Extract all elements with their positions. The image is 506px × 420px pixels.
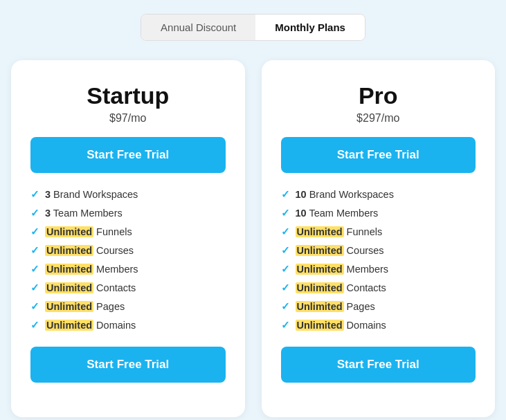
- checkmark-icon: ✓: [281, 226, 290, 238]
- feature-text: Unlimited Members: [296, 264, 389, 275]
- cta-bottom-button[interactable]: Start Free Trial: [281, 347, 476, 383]
- feature-item: ✓Unlimited Contacts: [30, 282, 226, 294]
- checkmark-icon: ✓: [281, 263, 290, 275]
- highlight-text: Unlimited: [45, 264, 93, 275]
- feature-text: Unlimited Contacts: [45, 282, 136, 293]
- checkmark-icon: ✓: [281, 300, 290, 313]
- monthly-plans-tab[interactable]: Monthly Plans: [255, 15, 365, 40]
- checkmark-icon: ✓: [30, 263, 39, 275]
- cta-bottom-button[interactable]: Start Free Trial: [30, 347, 226, 383]
- feature-list: ✓3 Brand Workspaces✓3 Team Members✓Unlim…: [30, 188, 226, 331]
- feature-item: ✓Unlimited Domains: [30, 319, 226, 331]
- feature-text: Unlimited Courses: [296, 245, 384, 256]
- feature-text: Unlimited Contacts: [296, 282, 386, 293]
- feature-item: ✓3 Brand Workspaces: [30, 188, 226, 201]
- feature-text: Unlimited Members: [45, 264, 138, 275]
- plan-name: Startup: [30, 82, 226, 109]
- highlight-text: Unlimited: [45, 282, 93, 293]
- feature-text: 10 Team Members: [296, 208, 379, 219]
- feature-item: ✓Unlimited Members: [30, 263, 226, 275]
- feature-text: Unlimited Domains: [45, 320, 136, 331]
- feature-text: 10 Brand Workspaces: [296, 189, 394, 200]
- feature-item: ✓Unlimited Domains: [281, 319, 476, 331]
- bold-text: 3: [45, 208, 51, 219]
- feature-text: Unlimited Pages: [296, 301, 375, 312]
- highlight-text: Unlimited: [45, 301, 93, 312]
- feature-list: ✓10 Brand Workspaces✓10 Team Members✓Unl…: [281, 188, 476, 331]
- feature-item: ✓Unlimited Members: [281, 263, 476, 275]
- plan-card-pro: Pro$297/moStart Free Trial✓10 Brand Work…: [262, 60, 496, 417]
- checkmark-icon: ✓: [281, 282, 290, 294]
- feature-text: 3 Team Members: [45, 208, 123, 219]
- bold-text: 3: [45, 189, 51, 200]
- checkmark-icon: ✓: [30, 207, 39, 219]
- plan-name: Pro: [281, 82, 476, 109]
- checkmark-icon: ✓: [281, 244, 290, 257]
- feature-item: ✓10 Team Members: [281, 207, 476, 219]
- feature-item: ✓Unlimited Funnels: [30, 226, 226, 238]
- highlight-text: Unlimited: [296, 320, 344, 331]
- feature-text: Unlimited Pages: [45, 301, 125, 312]
- feature-item: ✓Unlimited Courses: [281, 244, 476, 257]
- checkmark-icon: ✓: [30, 244, 39, 257]
- feature-item: ✓10 Brand Workspaces: [281, 188, 476, 201]
- pricing-cards: Startup$97/moStart Free Trial✓3 Brand Wo…: [11, 60, 495, 417]
- checkmark-icon: ✓: [30, 188, 39, 201]
- cta-top-button[interactable]: Start Free Trial: [281, 137, 476, 173]
- checkmark-icon: ✓: [281, 188, 290, 201]
- highlight-text: Unlimited: [296, 282, 344, 293]
- plan-price: $97/mo: [30, 112, 226, 125]
- highlight-text: Unlimited: [45, 245, 93, 256]
- checkmark-icon: ✓: [281, 207, 290, 219]
- feature-text: Unlimited Funnels: [296, 226, 383, 237]
- feature-item: ✓Unlimited Contacts: [281, 282, 476, 294]
- plan-price: $297/mo: [281, 112, 476, 125]
- feature-item: ✓Unlimited Pages: [281, 300, 476, 313]
- feature-text: Unlimited Courses: [45, 245, 134, 256]
- highlight-text: Unlimited: [296, 264, 344, 275]
- feature-item: ✓Unlimited Pages: [30, 300, 226, 313]
- feature-text: Unlimited Domains: [296, 320, 386, 331]
- checkmark-icon: ✓: [281, 319, 290, 331]
- bold-text: 10: [296, 208, 307, 219]
- checkmark-icon: ✓: [30, 282, 39, 294]
- feature-item: ✓3 Team Members: [30, 207, 226, 219]
- highlight-text: Unlimited: [296, 245, 344, 256]
- highlight-text: Unlimited: [296, 226, 344, 237]
- feature-text: Unlimited Funnels: [45, 226, 132, 237]
- cta-top-button[interactable]: Start Free Trial: [30, 137, 226, 173]
- feature-item: ✓Unlimited Courses: [30, 244, 226, 257]
- checkmark-icon: ✓: [30, 319, 39, 331]
- feature-item: ✓Unlimited Funnels: [281, 226, 476, 238]
- highlight-text: Unlimited: [296, 301, 344, 312]
- highlight-text: Unlimited: [45, 320, 93, 331]
- highlight-text: Unlimited: [45, 226, 93, 237]
- plan-card-startup: Startup$97/moStart Free Trial✓3 Brand Wo…: [11, 60, 245, 417]
- feature-text: 3 Brand Workspaces: [45, 189, 138, 200]
- billing-toggle: Annual Discount Monthly Plans: [141, 14, 365, 41]
- checkmark-icon: ✓: [30, 226, 39, 238]
- checkmark-icon: ✓: [30, 300, 39, 313]
- bold-text: 10: [296, 189, 307, 200]
- annual-discount-tab[interactable]: Annual Discount: [141, 15, 255, 40]
